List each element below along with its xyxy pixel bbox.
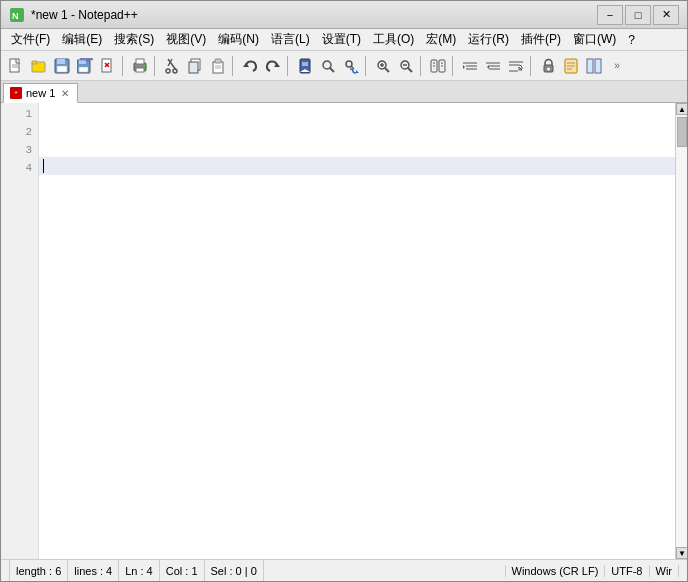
bookmark-button[interactable] <box>294 55 316 77</box>
undo-icon <box>242 58 258 74</box>
paste-icon <box>210 58 226 74</box>
editor-line-4 <box>39 157 675 175</box>
menu-run[interactable]: 运行(R) <box>462 29 515 50</box>
zoom-in-button[interactable] <box>372 55 394 77</box>
copy-button[interactable] <box>184 55 206 77</box>
scroll-thumb[interactable] <box>677 117 687 147</box>
svg-marker-58 <box>463 65 465 69</box>
zoom-out-button[interactable] <box>395 55 417 77</box>
editor-line-3 <box>39 139 675 157</box>
svg-line-38 <box>330 68 334 72</box>
more-button[interactable]: » <box>606 55 628 77</box>
svg-point-20 <box>143 65 145 67</box>
menu-macro[interactable]: 宏(M) <box>420 29 462 50</box>
svg-rect-18 <box>136 59 144 64</box>
status-encoding: Windows (CR LF) <box>505 565 606 577</box>
misc2-button[interactable] <box>560 55 582 77</box>
scroll-down-button[interactable]: ▼ <box>676 547 687 559</box>
line-number-2: 2 <box>1 123 38 141</box>
maximize-button[interactable]: □ <box>625 5 651 25</box>
svg-point-23 <box>166 69 170 73</box>
menu-settings[interactable]: 设置(T) <box>316 29 367 50</box>
menu-view[interactable]: 视图(V) <box>160 29 212 50</box>
separator-4 <box>287 56 291 76</box>
close-file-button[interactable] <box>97 55 119 77</box>
editor-line-1 <box>39 103 675 121</box>
bookmark-icon <box>297 58 313 74</box>
menu-tools[interactable]: 工具(O) <box>367 29 420 50</box>
separator-5 <box>365 56 369 76</box>
open-button[interactable] <box>28 55 50 77</box>
tab-bar: * new 1 ✕ <box>1 81 687 103</box>
wrap-icon <box>508 58 524 74</box>
outdent-button[interactable] <box>482 55 504 77</box>
main-window: N *new 1 - Notepad++ − □ ✕ 文件(F) 编辑(E) 搜… <box>0 0 688 582</box>
wrap-button[interactable] <box>505 55 527 77</box>
vertical-scrollbar[interactable]: ▲ ▼ <box>675 103 687 559</box>
indent-button[interactable] <box>459 55 481 77</box>
outdent-icon <box>485 58 501 74</box>
redo-icon <box>265 58 281 74</box>
undo-button[interactable] <box>239 55 261 77</box>
close-button[interactable]: ✕ <box>653 5 679 25</box>
svg-line-47 <box>408 68 412 72</box>
cut-icon <box>164 58 180 74</box>
status-length: length : 6 <box>9 560 68 581</box>
scroll-up-button[interactable]: ▲ <box>676 103 687 115</box>
misc3-button[interactable] <box>583 55 605 77</box>
copy-icon <box>187 58 203 74</box>
status-right: Windows (CR LF) UTF-8 Wir <box>505 565 679 577</box>
redo-button[interactable] <box>262 55 284 77</box>
svg-rect-6 <box>32 61 37 64</box>
menu-plugins[interactable]: 插件(P) <box>515 29 567 50</box>
scroll-track[interactable] <box>676 115 687 547</box>
menu-file[interactable]: 文件(F) <box>5 29 56 50</box>
line-number-4: 4 <box>1 159 38 177</box>
zoom-out-icon <box>398 58 414 74</box>
line-numbers: 1 2 3 4 <box>1 103 39 559</box>
menu-search[interactable]: 搜索(S) <box>108 29 160 50</box>
tab-close-button[interactable]: ✕ <box>59 87 71 99</box>
menu-language[interactable]: 语言(L) <box>265 29 316 50</box>
app-icon: N <box>9 7 25 23</box>
new-file-icon <box>8 58 24 74</box>
save-all-button[interactable] <box>74 55 96 77</box>
toolbar: » <box>1 51 687 81</box>
misc1-button[interactable] <box>537 55 559 77</box>
col-edit-icon <box>586 58 602 74</box>
minimize-button[interactable]: − <box>597 5 623 25</box>
replace-button[interactable] <box>340 55 362 77</box>
find-button[interactable] <box>317 55 339 77</box>
title-bar: N *new 1 - Notepad++ − □ ✕ <box>1 1 687 29</box>
cut-button[interactable] <box>161 55 183 77</box>
save-button[interactable] <box>51 55 73 77</box>
svg-rect-11 <box>79 60 86 64</box>
status-ln: Ln : 4 <box>119 560 160 581</box>
sync-scroll-button[interactable] <box>427 55 449 77</box>
menu-edit[interactable]: 编辑(E) <box>56 29 108 50</box>
window-title: *new 1 - Notepad++ <box>31 8 597 22</box>
separator-8 <box>530 56 534 76</box>
line-number-1: 1 <box>1 105 38 123</box>
tab-new1[interactable]: * new 1 ✕ <box>3 83 78 103</box>
readonly-icon <box>540 58 556 74</box>
indent-icon <box>462 58 478 74</box>
separator-1 <box>122 56 126 76</box>
editor-area[interactable] <box>39 103 675 559</box>
status-lang: UTF-8 <box>605 565 649 577</box>
status-lines: lines : 4 <box>68 560 119 581</box>
paste-button[interactable] <box>207 55 229 77</box>
save-icon <box>54 58 70 74</box>
svg-marker-31 <box>243 63 249 67</box>
menu-help[interactable]: ? <box>622 31 641 49</box>
separator-3 <box>232 56 236 76</box>
editor-container: 1 2 3 4 ▲ ▼ <box>1 103 687 559</box>
replace-icon <box>343 58 359 74</box>
new-button[interactable] <box>5 55 27 77</box>
menu-encoding[interactable]: 编码(N) <box>212 29 265 50</box>
svg-rect-74 <box>595 59 601 73</box>
menu-window[interactable]: 窗口(W) <box>567 29 622 50</box>
svg-rect-26 <box>189 62 198 73</box>
print-button[interactable] <box>129 55 151 77</box>
svg-text:N: N <box>12 11 19 21</box>
